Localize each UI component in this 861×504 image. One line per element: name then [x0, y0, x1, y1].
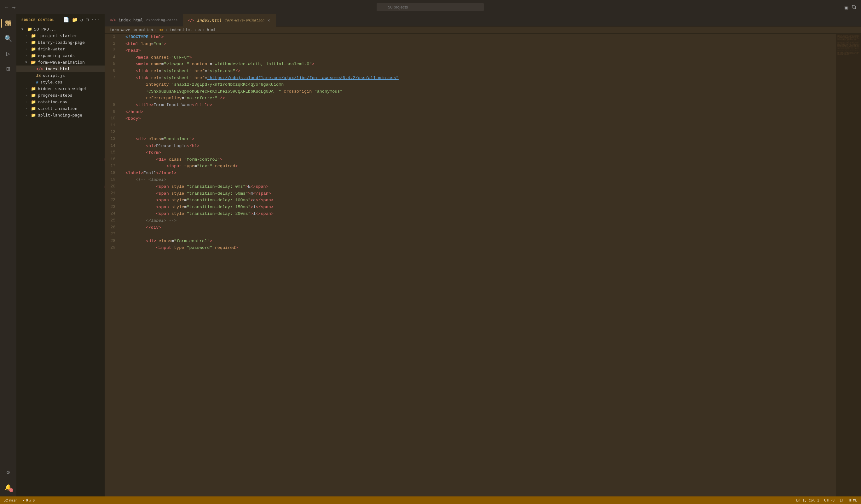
line-content[interactable]: <head> — [120, 47, 836, 54]
line-content[interactable] — [120, 231, 836, 238]
forward-button[interactable]: → — [12, 4, 16, 10]
line-content[interactable]: <!DOCTYPE html> — [120, 34, 836, 41]
line-content[interactable] — [120, 129, 836, 136]
sidebar-item-scroll[interactable]: › 📁 scroll-animation — [16, 105, 105, 112]
sidebar-item-index-html[interactable]: </> index.html — [16, 66, 105, 72]
tree-root[interactable]: ▼ 📁 50 PRO... — [16, 26, 105, 32]
line-number: 5 — [105, 61, 120, 68]
sidebar-item-formwave[interactable]: ▼ 📂 form-wave-animation — [16, 59, 105, 66]
tab-expanding-cards[interactable]: </> index.html expanding-cards — [105, 14, 183, 26]
breadcrumb-file[interactable]: index.html — [169, 28, 192, 32]
line-content[interactable] — [120, 122, 836, 129]
sidebar-item-split[interactable]: › 📁 split-landing-page — [16, 112, 105, 118]
line-content[interactable]: <link rel="stylesheet" href="https://cdn… — [120, 75, 836, 102]
notification-badge: 1 — [9, 488, 13, 492]
refresh-icon[interactable]: ↺ — [80, 17, 83, 23]
line-content[interactable]: <div class="container"> — [120, 136, 836, 143]
line-content[interactable]: </div> — [120, 224, 836, 231]
line-content[interactable]: <title>Form Input Wave</title> — [120, 102, 836, 109]
line-content[interactable]: <span style="transition-delay: 0ms">E</s… — [120, 183, 836, 190]
sidebar-item-project-starter[interactable]: › 📁 _project_starter_ — [16, 32, 105, 39]
status-encoding[interactable]: UTF-8 — [824, 498, 835, 502]
split-editor-icon[interactable]: ⧉ — [852, 3, 856, 10]
line-content[interactable]: <div class="form-control"> — [120, 156, 836, 163]
line-number: 2 — [105, 41, 120, 47]
language-text: HTML — [849, 498, 858, 502]
table-row: 17 <input type="text" required> — [105, 163, 836, 170]
activity-run[interactable]: ▷ — [1, 47, 15, 60]
js-file-icon: JS — [36, 73, 41, 78]
new-folder-icon[interactable]: 📁 — [72, 17, 78, 23]
activity-explorer[interactable] — [1, 16, 15, 30]
line-content[interactable]: </label> --> — [120, 218, 836, 224]
table-row: 20 <span style="transition-delay: 0ms">E… — [105, 183, 836, 190]
line-content[interactable]: <input type="text" required> — [120, 163, 836, 170]
more-actions-icon[interactable]: ··· — [91, 17, 99, 23]
back-button[interactable]: ← — [5, 4, 9, 10]
line-number: 18 — [105, 170, 120, 177]
line-content[interactable]: <input type="password" required> — [120, 244, 836, 251]
activity-search[interactable]: 🔍 — [1, 31, 15, 45]
tab-close-button[interactable]: ✕ — [267, 17, 271, 23]
breadcrumb-sep3: › — [194, 28, 196, 32]
line-content[interactable]: <meta charset="UTF-8"> — [120, 54, 836, 61]
sidebar: SOURCE CONTROL 📄 📁 ↺ ⊟ ··· ▼ 📁 50 PRO...… — [16, 14, 105, 496]
tab-file-icon: </> — [188, 18, 194, 22]
activity-settings[interactable]: ⚙ — [1, 465, 15, 479]
line-content[interactable]: <link rel="stylesheet" href="style.css"/… — [120, 68, 836, 75]
sidebar-item-script-js[interactable]: JS script.js — [16, 72, 105, 79]
line-number: 20 — [105, 183, 120, 190]
sidebar-item-hidden[interactable]: › 📁 hidden-search-widget — [16, 85, 105, 92]
folder-icon: 📁 — [31, 40, 36, 45]
branch-icon: ⎇ — [4, 498, 8, 502]
folder-arrow: › — [25, 113, 29, 117]
sidebar-item-drink[interactable]: › 📁 drink-water — [16, 46, 105, 52]
sidebar-item-rotating[interactable]: › 📁 rotating-nav — [16, 99, 105, 105]
line-content[interactable]: <span style="transition-delay: 150ms">i<… — [120, 204, 836, 211]
activity-extensions[interactable]: ⊞ — [1, 62, 15, 75]
layout-toggle-icon[interactable]: ▣ — [845, 4, 848, 10]
sidebar-header: SOURCE CONTROL 📄 📁 ↺ ⊟ ··· — [16, 14, 105, 25]
sidebar-item-style-css[interactable]: # style.css — [16, 79, 105, 85]
line-content[interactable]: <form> — [120, 149, 836, 156]
line-content[interactable]: <div class="form-control"> — [120, 238, 836, 245]
line-content[interactable]: <span style="transition-delay: 100ms">a<… — [120, 197, 836, 204]
code-editor[interactable]: 1<!DOCTYPE html>2<html lang="en">3<head>… — [105, 34, 836, 496]
status-errors[interactable]: ✕ 0 ⚠ 0 — [23, 498, 35, 502]
editor-with-minimap: 1<!DOCTYPE html>2<html lang="en">3<head>… — [105, 34, 861, 496]
status-line-ending[interactable]: LF — [839, 498, 844, 502]
status-branch[interactable]: ⎇ main — [4, 498, 18, 502]
status-language[interactable]: HTML — [849, 498, 858, 502]
global-search-input[interactable] — [377, 3, 484, 11]
line-content[interactable]: <body> — [120, 115, 836, 122]
breadcrumb-project[interactable]: form-wave-animation — [110, 28, 153, 32]
line-content[interactable]: </head> — [120, 109, 836, 116]
tab-project: form-wave-animation — [225, 18, 264, 22]
item-label: scroll-animation — [38, 106, 102, 111]
breakpoint-indicator — [105, 158, 105, 161]
line-content[interactable]: <label>Email</label> — [120, 170, 836, 177]
table-row: 5 <meta name="viewport" content="width=d… — [105, 61, 836, 68]
line-number: 19 — [105, 177, 120, 183]
line-content[interactable]: <span style="transition-delay: 50ms">m</… — [120, 190, 836, 197]
line-content[interactable]: <!-- <label> — [120, 177, 836, 183]
line-content[interactable]: <span style="transition-delay: 200ms">l<… — [120, 210, 836, 218]
new-file-icon[interactable]: 📄 — [63, 17, 69, 23]
sidebar-item-blurry[interactable]: › 📁 blurry-loading-page — [16, 39, 105, 46]
collapse-all-icon[interactable]: ⊟ — [86, 17, 88, 23]
breadcrumb-sep4: › — [203, 28, 205, 32]
breadcrumb-html-node[interactable]: html — [207, 28, 216, 32]
sidebar-item-expanding[interactable]: › 📁 expanding-cards — [16, 52, 105, 59]
line-content[interactable]: <html lang="en"> — [120, 41, 836, 47]
line-content[interactable]: <h1>Please Login</h1> — [120, 143, 836, 150]
activity-badge-icon[interactable]: 🔔 1 — [1, 480, 15, 494]
titlebar-right: ▣ ⧉ — [845, 3, 856, 10]
status-line-col[interactable]: Ln 1, Col 1 — [796, 498, 819, 502]
error-icon: ✕ — [23, 498, 25, 502]
folder-arrow: › — [25, 47, 29, 51]
tab-form-wave[interactable]: </> index.html form-wave-animation ✕ — [183, 14, 276, 26]
sidebar-item-progress[interactable]: › 📁 progress-steps — [16, 92, 105, 99]
line-content[interactable]: <meta name="viewport" content="width=dev… — [120, 61, 836, 68]
line-number: 29 — [105, 244, 120, 251]
table-row: 1<!DOCTYPE html> — [105, 34, 836, 41]
